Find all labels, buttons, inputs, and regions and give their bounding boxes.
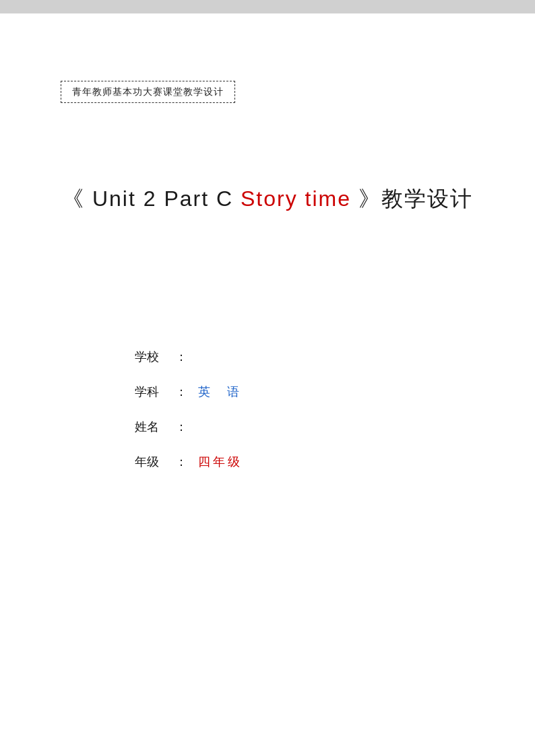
school-label: 学校	[135, 349, 175, 365]
stamp-box: 青年教师基本功大赛课堂教学设计	[61, 81, 235, 103]
title-suffix: 》教学设计	[351, 186, 473, 211]
name-row: 姓名 ：	[135, 419, 481, 435]
grade-row: 年级 ： 四年级	[135, 454, 481, 470]
main-title: 《 Unit 2 Part C Story time 》教学设计	[54, 184, 481, 214]
title-story-time: Story time	[241, 186, 351, 211]
subject-row: 学科 ： 英 语	[135, 384, 481, 400]
name-label: 姓名	[135, 419, 175, 435]
stamp-text: 青年教师基本功大赛课堂教学设计	[72, 87, 224, 97]
subject-colon: ：	[175, 384, 187, 400]
grade-label: 年级	[135, 454, 175, 470]
name-colon: ：	[175, 419, 187, 435]
subject-value: 英 语	[198, 384, 246, 400]
subject-label: 学科	[135, 384, 175, 400]
info-section: 学校 ： 学科 ： 英 语 姓名 ： 年级 ： 四年级	[135, 349, 481, 470]
school-colon: ：	[175, 349, 187, 365]
page: 青年教师基本功大赛课堂教学设计 《 Unit 2 Part C Story ti…	[0, 13, 535, 756]
school-row: 学校 ：	[135, 349, 481, 365]
title-prefix: 《 Unit 2 Part C	[62, 186, 241, 211]
grade-value: 四年级	[198, 454, 243, 470]
grade-colon: ：	[175, 454, 187, 470]
main-title-section: 《 Unit 2 Part C Story time 》教学设计	[54, 184, 481, 214]
